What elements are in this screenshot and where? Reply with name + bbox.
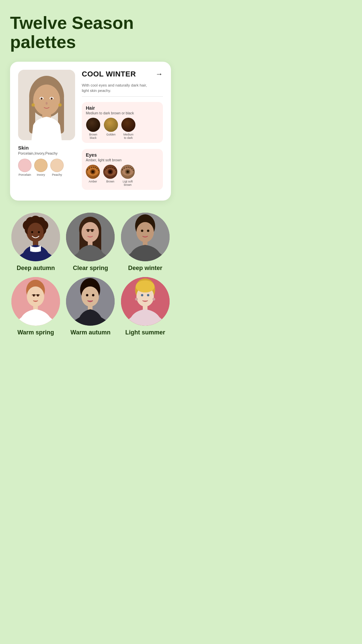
- hair-subtitle: Medium to dark brown or black: [86, 111, 159, 115]
- swatch-invory: [34, 159, 48, 172]
- eye-color-amber: [86, 165, 100, 179]
- svg-point-43: [91, 229, 94, 232]
- eyes-box: Eyes Amber, light soft brown: [82, 149, 163, 190]
- season-item-deep-winter[interactable]: Deep winter: [120, 213, 171, 272]
- season-photo-deep-winter: [121, 213, 170, 261]
- page-title: Twelve Season palettes: [10, 13, 171, 52]
- main-card: Skin Porcelain,Invory,Peachy Porcelain I…: [10, 62, 171, 200]
- season-photo-light-summer: [121, 277, 170, 326]
- hair-swatch-mediumdark: Medium to dark: [121, 118, 135, 140]
- season-photo-warm-spring: [11, 277, 60, 326]
- hair-swatches: Brown black Golden Medium to dark: [86, 118, 159, 140]
- svg-point-36: [38, 231, 40, 233]
- svg-point-60: [86, 294, 88, 296]
- eye-color-lightsoftbrown: [121, 165, 135, 179]
- svg-point-48: [141, 229, 143, 232]
- skin-swatches: Porcelain Invory Peachy: [18, 159, 64, 176]
- eyes-swatches: Amber: [86, 165, 159, 186]
- hair-label-brownblack: Brown black: [86, 133, 101, 140]
- season-photo-deep-autumn: [11, 213, 60, 261]
- svg-point-42: [87, 229, 89, 232]
- swatch-peachy: [50, 159, 64, 172]
- eye-swatch-lightsoftbrown: Ligt soft brown: [121, 165, 135, 186]
- season-photo-clear-spring: [66, 213, 115, 261]
- hair-label-golden: Golden: [106, 133, 115, 136]
- eye-label-amber: Amber: [88, 180, 97, 183]
- svg-point-47: [136, 222, 154, 242]
- swatch-item-invory: Invory: [34, 159, 48, 176]
- svg-point-11: [32, 103, 35, 107]
- svg-point-15: [92, 170, 94, 173]
- svg-point-54: [33, 294, 35, 297]
- season-item-warm-spring[interactable]: Warm spring: [10, 277, 61, 336]
- season-name-clear-spring: Clear spring: [73, 265, 108, 272]
- hair-swatch-brownblack: Brown black: [86, 118, 101, 140]
- svg-point-10: [46, 102, 48, 105]
- svg-point-66: [136, 280, 155, 292]
- season-title: COOL WINTER: [82, 70, 136, 78]
- hair-box: Hair Medium to dark brown or black Brown…: [82, 102, 163, 143]
- svg-point-8: [41, 98, 43, 100]
- svg-point-41: [81, 222, 99, 242]
- svg-point-70: [135, 298, 138, 301]
- svg-point-9: [51, 98, 53, 100]
- season-name-deep-winter: Deep winter: [128, 265, 162, 272]
- eye-color-brown: [103, 165, 117, 179]
- svg-point-35: [31, 231, 33, 233]
- arrow-icon[interactable]: →: [156, 70, 163, 78]
- svg-point-12: [58, 103, 62, 107]
- portrait-container: [18, 70, 75, 140]
- season-name-deep-autumn: Deep autumn: [17, 265, 55, 272]
- svg-point-61: [92, 294, 95, 296]
- eye-swatch-brown: Brown: [103, 165, 117, 186]
- card-header: COOL WINTER →: [82, 70, 163, 78]
- svg-point-53: [27, 286, 44, 307]
- svg-point-49: [147, 229, 149, 232]
- swatch-label-invory: Invory: [37, 173, 45, 176]
- hair-color-golden: [104, 118, 118, 132]
- skin-subtitle: Porcelain,Invory,Peachy: [18, 151, 58, 155]
- eye-label-lightsoftbrown: Ligt soft brown: [123, 180, 133, 186]
- season-item-deep-autumn[interactable]: Deep autumn: [10, 213, 61, 272]
- card-left: Skin Porcelain,Invory,Peachy Porcelain I…: [18, 70, 75, 192]
- svg-point-59: [81, 286, 99, 307]
- skin-label: Skin: [18, 145, 29, 151]
- season-desc: With cool eyes and naturally dark hair, …: [82, 83, 163, 96]
- svg-point-71: [153, 298, 155, 301]
- swatch-label-peachy: Peachy: [52, 173, 62, 176]
- card-right: COOL WINTER → With cool eyes and natural…: [82, 70, 163, 192]
- eyes-subtitle: Amber, light soft brown: [86, 158, 159, 162]
- season-item-clear-spring[interactable]: Clear spring: [65, 213, 116, 272]
- svg-point-5: [33, 85, 60, 115]
- svg-point-23: [126, 170, 129, 173]
- season-name-light-summer: Light summer: [125, 329, 165, 336]
- season-photo-warm-autumn: [66, 277, 115, 326]
- swatch-porcelain: [18, 159, 32, 172]
- svg-point-68: [147, 294, 149, 296]
- eyes-title: Eyes: [86, 152, 159, 158]
- season-item-warm-autumn[interactable]: Warm autumn: [65, 277, 116, 336]
- svg-point-67: [141, 294, 143, 296]
- swatch-item-porcelain: Porcelain: [18, 159, 32, 176]
- swatch-label-porcelain: Porcelain: [18, 173, 31, 176]
- hair-color-brownblack: [86, 118, 100, 132]
- hair-color-mediumdark: [121, 118, 135, 132]
- svg-point-55: [37, 294, 39, 297]
- eye-label-brown: Brown: [106, 180, 114, 183]
- svg-point-19: [109, 170, 112, 173]
- season-name-warm-autumn: Warm autumn: [70, 329, 110, 336]
- hair-label-mediumdark: Medium to dark: [123, 133, 133, 140]
- hair-swatch-golden: Golden: [104, 118, 118, 140]
- svg-point-34: [27, 223, 44, 241]
- season-name-warm-spring: Warm spring: [17, 329, 54, 336]
- swatch-item-peachy: Peachy: [50, 159, 64, 176]
- hair-title: Hair: [86, 105, 159, 111]
- season-item-light-summer[interactable]: Light summer: [120, 277, 171, 336]
- season-grid: Deep autumn: [10, 213, 171, 336]
- eye-swatch-amber: Amber: [86, 165, 100, 186]
